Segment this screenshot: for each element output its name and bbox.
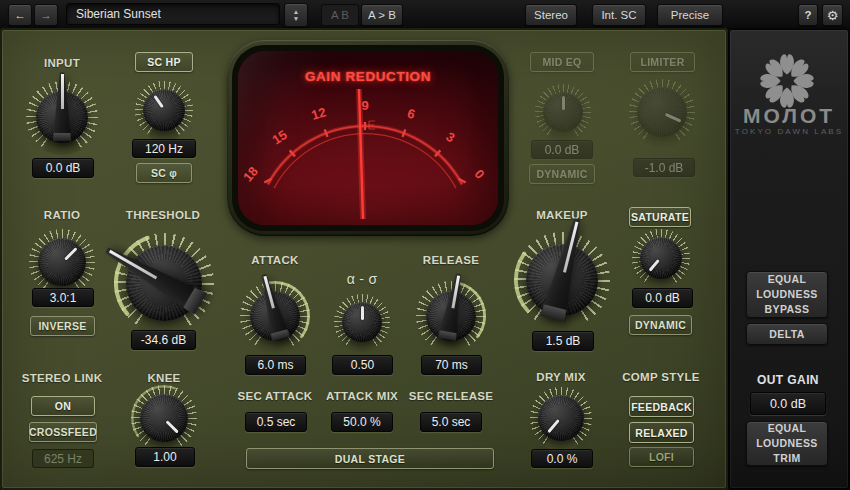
alpha-sigma-knob[interactable] bbox=[334, 294, 390, 350]
sec-release-value[interactable]: 5.0 sec bbox=[420, 412, 482, 432]
knee-knob[interactable] bbox=[131, 385, 197, 451]
preset-name: Siberian Sunset bbox=[76, 7, 161, 21]
release-value[interactable]: 70 ms bbox=[421, 355, 482, 375]
help-button[interactable]: ? bbox=[798, 4, 818, 26]
knob-pointer bbox=[535, 84, 591, 140]
delta-button[interactable]: DELTA bbox=[746, 323, 828, 345]
spinner-up-icon: ▲ bbox=[293, 9, 299, 15]
mid-eq-button[interactable]: MID EQ bbox=[530, 52, 594, 72]
makeup-label: MAKEUP bbox=[512, 209, 612, 221]
equal-loudness-trim-button[interactable]: EQUAL LOUDNESS TRIM bbox=[746, 421, 828, 466]
mid-eq-value[interactable]: 0.0 dB bbox=[531, 140, 593, 159]
mid-eq-dynamic-button[interactable]: DYNAMIC bbox=[529, 164, 595, 184]
saturate-value[interactable]: 0.0 dB bbox=[632, 288, 693, 308]
meter-needle bbox=[359, 89, 363, 219]
crossfeed-value[interactable]: 625 Hz bbox=[32, 449, 94, 468]
limiter-value[interactable]: -1.0 dB bbox=[633, 158, 695, 177]
input-knob[interactable] bbox=[26, 81, 98, 153]
knob-lever bbox=[410, 275, 491, 356]
sc-hp-value[interactable]: 120 Hz bbox=[132, 139, 196, 158]
brand-name: МОЛОТ bbox=[733, 104, 845, 128]
sec-attack-label: SEC ATTACK bbox=[225, 390, 325, 402]
preset-back-button[interactable]: ← bbox=[8, 4, 32, 26]
saturate-knob[interactable] bbox=[632, 229, 690, 287]
knob-pointer bbox=[620, 217, 702, 299]
release-knob[interactable] bbox=[416, 281, 486, 351]
makeup-knob[interactable] bbox=[514, 232, 610, 328]
sc-hp-button[interactable]: SC HP bbox=[135, 52, 193, 72]
knob-pointer bbox=[618, 68, 706, 156]
scale-3: 3 bbox=[443, 129, 457, 146]
dry-mix-knob[interactable] bbox=[530, 387, 592, 449]
help-icon: ? bbox=[804, 9, 811, 21]
meter-title: GAIN REDUCTION bbox=[238, 69, 498, 84]
meter-scale: 18 15 12 9 6 3 0 bbox=[238, 51, 498, 225]
settings-button[interactable]: ⚙ bbox=[822, 4, 843, 26]
threshold-knob[interactable] bbox=[114, 233, 214, 333]
crossfeed-button[interactable]: CROSSFEED bbox=[29, 422, 97, 442]
scale-0: 0 bbox=[471, 167, 487, 182]
scale-18: 18 bbox=[240, 164, 261, 185]
attack-knob[interactable] bbox=[240, 281, 310, 351]
dry-mix-value[interactable]: 0.0 % bbox=[531, 449, 593, 468]
ratio-knob[interactable] bbox=[29, 229, 95, 295]
knee-value[interactable]: 1.00 bbox=[135, 447, 195, 467]
title-bar: ← → Siberian Sunset ▲ ▼ A B A > B Stereo… bbox=[0, 0, 850, 29]
gain-reduction-meter: GAIN REDUCTION 18 15 12 9 6 bbox=[238, 51, 498, 225]
limiter-knob[interactable] bbox=[629, 79, 695, 145]
comp-style-relaxed-button[interactable]: RELAXED bbox=[629, 422, 694, 443]
gear-icon: ⚙ bbox=[827, 8, 839, 23]
equal-loudness-bypass-button[interactable]: EQUAL LOUDNESS BYPASS bbox=[746, 271, 828, 318]
saturate-button[interactable]: SATURATE bbox=[629, 207, 691, 227]
threshold-value[interactable]: -34.6 dB bbox=[131, 330, 196, 350]
meter-center-mark bbox=[369, 121, 375, 129]
attack-value[interactable]: 6.0 ms bbox=[245, 355, 306, 375]
input-value[interactable]: 0.0 dB bbox=[32, 158, 94, 178]
preset-forward-button[interactable]: → bbox=[34, 4, 58, 26]
attack-mix-label: ATTACK MIX bbox=[312, 390, 412, 402]
ratio-value[interactable]: 3.0:1 bbox=[32, 288, 94, 307]
arrow-left-icon: ← bbox=[14, 9, 26, 21]
scale-12: 12 bbox=[310, 104, 328, 123]
makeup-value[interactable]: 1.5 dB bbox=[532, 331, 594, 351]
sc-phase-button[interactable]: SC φ bbox=[136, 163, 192, 183]
attack-mix-value[interactable]: 50.0 % bbox=[331, 412, 393, 432]
ab-copy-button[interactable]: A > B bbox=[361, 4, 403, 26]
stereo-link-label: STEREO LINK bbox=[12, 372, 112, 384]
out-gain-value[interactable]: 0.0 dB bbox=[750, 392, 826, 415]
sidechain-mode-button[interactable]: Int. SC bbox=[592, 4, 646, 26]
release-label: RELEASE bbox=[401, 254, 501, 266]
spinner-down-icon: ▼ bbox=[293, 16, 299, 22]
saturate-dynamic-button[interactable]: DYNAMIC bbox=[629, 315, 692, 335]
stereo-link-on-button[interactable]: ON bbox=[31, 396, 95, 416]
preset-spinner[interactable]: ▲ ▼ bbox=[284, 3, 308, 27]
alpha-sigma-label: α - σ bbox=[312, 271, 412, 287]
attack-label: ATTACK bbox=[225, 254, 325, 266]
sec-attack-value[interactable]: 0.5 sec bbox=[245, 412, 307, 432]
knob-lever bbox=[26, 81, 98, 153]
preset-name-field[interactable]: Siberian Sunset bbox=[66, 3, 280, 25]
threshold-label: THRESHOLD bbox=[113, 209, 213, 221]
input-label: INPUT bbox=[12, 57, 112, 69]
sec-release-label: SEC RELEASE bbox=[401, 390, 501, 402]
dual-stage-button[interactable]: DUAL STAGE bbox=[246, 448, 494, 469]
ab-compare-button[interactable]: A B bbox=[321, 4, 359, 26]
company-name: TOKYO DAWN LABS bbox=[733, 127, 845, 136]
quality-mode-button[interactable]: Precise bbox=[657, 4, 723, 26]
channel-mode-button[interactable]: Stereo bbox=[525, 4, 577, 26]
knob-pointer bbox=[334, 294, 390, 350]
scale-6: 6 bbox=[406, 105, 417, 121]
comp-style-lofi-button[interactable]: LOFI bbox=[629, 447, 694, 467]
comp-style-label: COMP STYLE bbox=[611, 371, 711, 383]
comp-style-feedback-button[interactable]: FEEDBACK bbox=[629, 396, 694, 417]
scale-9: 9 bbox=[361, 98, 368, 113]
arrow-right-icon: → bbox=[40, 9, 52, 21]
plugin-window: ← → Siberian Sunset ▲ ▼ A B A > B Stereo… bbox=[0, 0, 850, 490]
sc-hp-knob[interactable] bbox=[135, 81, 193, 139]
mid-eq-knob[interactable] bbox=[535, 84, 591, 140]
inverse-button[interactable]: INVERSE bbox=[30, 316, 95, 336]
out-gain-label: OUT GAIN bbox=[736, 373, 840, 387]
alpha-sigma-value[interactable]: 0.50 bbox=[332, 355, 393, 375]
scale-15: 15 bbox=[269, 127, 289, 147]
limiter-button[interactable]: LIMITER bbox=[630, 52, 695, 72]
